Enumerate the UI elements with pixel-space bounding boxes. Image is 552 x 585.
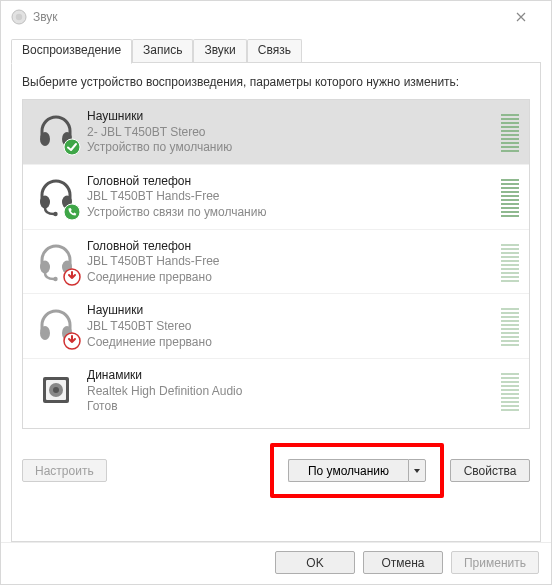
tab-communications[interactable]: Связь xyxy=(247,39,302,62)
close-button[interactable] xyxy=(501,3,541,31)
device-status: Устройство связи по умолчанию xyxy=(87,205,497,221)
svg-point-13 xyxy=(40,326,50,340)
svg-point-11 xyxy=(53,276,57,280)
sound-dialog: Звук Воспроизведение Запись Звуки Связь … xyxy=(0,0,552,585)
device-status: Соединение прервано xyxy=(87,270,497,286)
chevron-down-icon xyxy=(413,467,421,475)
device-sub: JBL T450BT Hands-Free xyxy=(87,254,497,270)
device-item[interactable]: Головной телефон JBL T450BT Hands-Free С… xyxy=(23,230,529,295)
headset-icon xyxy=(33,238,79,284)
device-name: Головной телефон xyxy=(87,239,497,255)
titlebar: Звук xyxy=(1,1,551,33)
headset-icon xyxy=(33,173,79,219)
ok-button[interactable]: OK xyxy=(275,551,355,574)
phone-badge-icon xyxy=(63,203,81,221)
cancel-button[interactable]: Отмена xyxy=(363,551,443,574)
svg-point-4 xyxy=(64,139,80,155)
set-default-button[interactable]: По умолчанию xyxy=(288,459,408,482)
level-meter xyxy=(501,302,519,346)
device-name: Наушники xyxy=(87,109,497,125)
properties-button[interactable]: Свойства xyxy=(450,459,530,482)
close-icon xyxy=(516,12,526,22)
svg-point-8 xyxy=(64,204,80,220)
window-title: Звук xyxy=(33,10,58,24)
down-badge-icon xyxy=(63,268,81,286)
speaker-icon xyxy=(33,367,79,413)
device-text: Динамики Realtek High Definition Audio Г… xyxy=(87,367,497,415)
tab-sounds[interactable]: Звуки xyxy=(193,39,246,62)
headphones-icon xyxy=(33,302,79,348)
panel-button-row: Настроить По умолчанию Свойства xyxy=(22,443,530,498)
device-item[interactable]: Наушники JBL T450BT Stereo Соединение пр… xyxy=(23,294,529,359)
app-icon xyxy=(11,9,27,25)
device-name: Головной телефон xyxy=(87,174,497,190)
tab-label: Запись xyxy=(143,43,182,57)
configure-button[interactable]: Настроить xyxy=(22,459,107,482)
svg-point-9 xyxy=(40,260,50,273)
svg-point-1 xyxy=(16,14,22,20)
device-status: Устройство по умолчанию xyxy=(87,140,497,156)
device-status: Соединение прервано xyxy=(87,335,497,351)
svg-point-19 xyxy=(53,387,59,393)
level-meter xyxy=(501,367,519,411)
device-sub: JBL T450BT Stereo xyxy=(87,319,497,335)
check-badge-icon xyxy=(63,138,81,156)
tab-label: Воспроизведение xyxy=(22,43,121,57)
level-meter xyxy=(501,238,519,282)
device-text: Головной телефон JBL T450BT Hands-Free У… xyxy=(87,173,497,221)
set-default-split-button: По умолчанию xyxy=(288,459,426,482)
device-list: Наушники 2- JBL T450BT Stereo Устройство… xyxy=(22,99,530,429)
tabstrip: Воспроизведение Запись Звуки Связь xyxy=(11,39,541,63)
tab-panel-playback: Выберите устройство воспроизведения, пар… xyxy=(11,63,541,542)
level-meter xyxy=(501,173,519,217)
device-sub: Realtek High Definition Audio xyxy=(87,384,497,400)
device-text: Наушники 2- JBL T450BT Stereo Устройство… xyxy=(87,108,497,156)
device-name: Динамики xyxy=(87,368,497,384)
device-sub: 2- JBL T450BT Stereo xyxy=(87,125,497,141)
device-item[interactable]: Динамики Realtek High Definition Audio Г… xyxy=(23,359,529,423)
level-meter xyxy=(501,108,519,152)
tab-label: Звуки xyxy=(204,43,235,57)
tab-label: Связь xyxy=(258,43,291,57)
set-default-dropdown[interactable] xyxy=(408,459,426,482)
device-status: Готов xyxy=(87,399,497,415)
svg-point-5 xyxy=(40,195,50,208)
headphones-icon xyxy=(33,108,79,154)
svg-point-2 xyxy=(40,132,50,146)
tab-recording[interactable]: Запись xyxy=(132,39,193,62)
device-name: Наушники xyxy=(87,303,497,319)
tab-playback[interactable]: Воспроизведение xyxy=(11,39,132,64)
dialog-button-row: OK Отмена Применить xyxy=(1,542,551,584)
highlight-box: По умолчанию xyxy=(270,443,444,498)
intro-text: Выберите устройство воспроизведения, пар… xyxy=(22,75,530,89)
down-badge-icon xyxy=(63,332,81,350)
apply-button[interactable]: Применить xyxy=(451,551,539,574)
device-text: Головной телефон JBL T450BT Hands-Free С… xyxy=(87,238,497,286)
device-sub: JBL T450BT Hands-Free xyxy=(87,189,497,205)
svg-point-7 xyxy=(53,212,57,216)
device-item[interactable]: Наушники 2- JBL T450BT Stereo Устройство… xyxy=(23,100,529,165)
device-text: Наушники JBL T450BT Stereo Соединение пр… xyxy=(87,302,497,350)
device-item[interactable]: Головной телефон JBL T450BT Hands-Free У… xyxy=(23,165,529,230)
